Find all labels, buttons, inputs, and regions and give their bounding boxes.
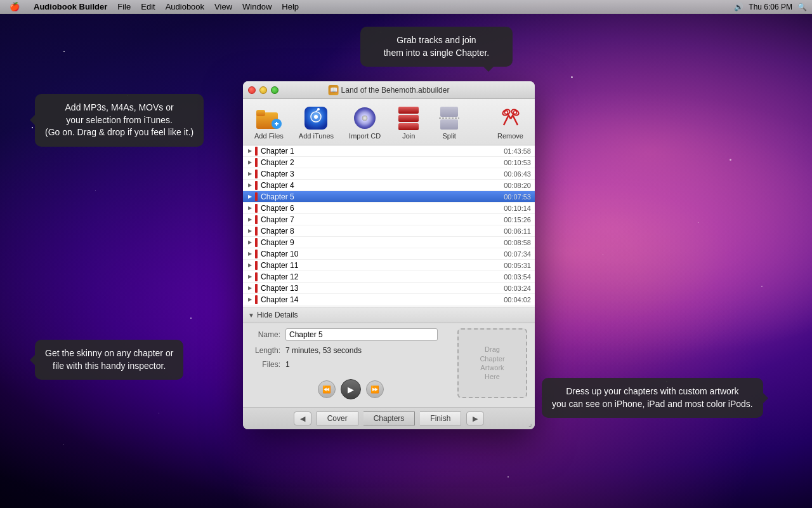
artwork-drop-zone[interactable]: Drag Chapter Artwork Here bbox=[457, 328, 527, 398]
chapter-row[interactable]: ▶ Chapter 9 00:08:58 bbox=[243, 237, 535, 248]
forward-button[interactable]: ⏩ bbox=[366, 380, 384, 398]
toolbar: Add Files bbox=[243, 99, 535, 145]
chapter-row[interactable]: ▶ Chapter 3 00:06:43 bbox=[243, 168, 535, 180]
chapter-expand-icon: ▶ bbox=[247, 217, 253, 223]
nav-tab-chapters[interactable]: Chapters bbox=[363, 411, 416, 425]
add-files-button[interactable]: Add Files bbox=[248, 103, 290, 142]
apple-menu[interactable]: 🍎 bbox=[5, 0, 24, 14]
remove-button[interactable]: Remove bbox=[491, 103, 530, 142]
nav-tab-cover[interactable]: Cover bbox=[317, 411, 358, 425]
join-button[interactable]: Join bbox=[390, 103, 428, 142]
chapter-name: Chapter 5 bbox=[261, 192, 504, 201]
details-name-input[interactable] bbox=[285, 328, 438, 341]
details-header-label: Hide Details bbox=[257, 311, 298, 319]
minimize-button[interactable] bbox=[259, 86, 267, 94]
chapter-expand-icon: ▶ bbox=[247, 274, 253, 280]
volume-icon[interactable]: 🔊 bbox=[734, 3, 743, 11]
details-header[interactable]: ▼ Hide Details bbox=[243, 307, 535, 323]
chapter-row[interactable]: ▶ Chapter 13 00:03:24 bbox=[243, 283, 535, 294]
chapter-expand-icon: ▶ bbox=[247, 251, 253, 257]
rewind-button[interactable]: ⏪ bbox=[318, 380, 336, 398]
tooltip-artwork-text: Dress up your chapters with custom artwo… bbox=[552, 386, 753, 409]
split-label: Split bbox=[443, 132, 456, 140]
chapter-row[interactable]: ▶ Chapter 5 00:07:53 bbox=[243, 191, 535, 203]
chapter-row[interactable]: ▶ Chapter 14 00:04:02 bbox=[243, 294, 535, 305]
tooltip-add-files: Add MP3s, M4As, MOVs or your selection f… bbox=[35, 94, 204, 147]
menubar-left: 🍎 Audiobook Builder File Edit Audiobook … bbox=[5, 0, 303, 14]
details-panel: ▼ Hide Details Name: Length: 7 minutes, … bbox=[243, 307, 535, 407]
chapter-marker bbox=[255, 227, 258, 236]
play-button[interactable]: ▶ bbox=[341, 379, 361, 399]
chapter-name: Chapter 4 bbox=[261, 181, 504, 190]
add-itunes-button[interactable]: Add iTunes bbox=[292, 103, 340, 142]
menubar: 🍎 Audiobook Builder File Edit Audiobook … bbox=[0, 0, 812, 14]
chapter-list[interactable]: ▶ Chapter 1 01:43:58 ▶ Chapter 2 00:10:5… bbox=[243, 145, 535, 307]
chapter-duration: 00:08:20 bbox=[504, 182, 531, 189]
svg-point-20 bbox=[504, 111, 508, 114]
chapter-duration: 01:43:58 bbox=[504, 147, 531, 155]
details-name-row: Name: bbox=[251, 328, 451, 341]
chapter-row[interactable]: ▶ Chapter 8 00:06:11 bbox=[243, 225, 535, 237]
svg-rect-13 bbox=[398, 107, 419, 114]
menu-audiobook[interactable]: Audiobook bbox=[161, 0, 209, 14]
nav-next-button[interactable]: ▶ bbox=[466, 411, 484, 425]
resize-handle[interactable]: ⌟ bbox=[528, 419, 532, 428]
chapter-duration: 00:05:31 bbox=[504, 262, 531, 269]
chapter-marker bbox=[255, 158, 258, 167]
menu-window[interactable]: Window bbox=[238, 0, 276, 14]
chapter-marker bbox=[255, 215, 258, 224]
details-length-label: Length: bbox=[251, 346, 285, 355]
chapter-marker bbox=[255, 192, 258, 201]
chapter-name: Chapter 10 bbox=[261, 250, 504, 258]
chapter-duration: 00:07:34 bbox=[504, 250, 531, 258]
menu-view[interactable]: View bbox=[210, 0, 237, 14]
details-length-value: 7 minutes, 53 seconds bbox=[285, 346, 451, 355]
import-cd-button[interactable]: Import CD bbox=[343, 103, 387, 142]
tooltip-inspector-text: Get the skinny on any chapter or file wi… bbox=[45, 348, 173, 371]
app-menu-audiobook-builder[interactable]: Audiobook Builder bbox=[29, 0, 112, 14]
svg-line-26 bbox=[513, 116, 518, 125]
nav-prev-button[interactable]: ◀ bbox=[294, 411, 311, 425]
details-body: Name: Length: 7 minutes, 53 seconds File… bbox=[243, 323, 535, 407]
chapter-marker bbox=[255, 284, 258, 293]
details-length-row: Length: 7 minutes, 53 seconds bbox=[251, 346, 451, 355]
menu-help[interactable]: Help bbox=[277, 0, 303, 14]
svg-rect-14 bbox=[398, 115, 419, 122]
chapter-row[interactable]: ▶ Chapter 1 01:43:58 bbox=[243, 145, 535, 157]
tooltip-artwork: Dress up your chapters with custom artwo… bbox=[542, 378, 763, 418]
svg-rect-17 bbox=[440, 119, 458, 130]
chapter-expand-icon: ▶ bbox=[247, 262, 253, 269]
chapter-row[interactable]: ▶ Chapter 6 00:10:14 bbox=[243, 203, 535, 214]
remove-icon bbox=[498, 105, 523, 131]
chapter-marker bbox=[255, 147, 258, 156]
tooltip-join: Grab tracks and join them into a single … bbox=[360, 27, 513, 67]
chapter-name: Chapter 13 bbox=[261, 284, 504, 293]
chapter-name: Chapter 11 bbox=[261, 261, 504, 270]
tooltip-add-files-text: Add MP3s, M4As, MOVs or your selection f… bbox=[45, 102, 193, 137]
menu-file[interactable]: File bbox=[113, 0, 135, 14]
svg-line-25 bbox=[504, 116, 508, 125]
split-button[interactable]: Split bbox=[430, 103, 468, 142]
chapter-row[interactable]: ▶ Chapter 2 00:10:53 bbox=[243, 157, 535, 168]
chapter-row[interactable]: ▶ Chapter 4 00:08:20 bbox=[243, 180, 535, 191]
zoom-button[interactable] bbox=[271, 86, 278, 94]
chapter-name: Chapter 6 bbox=[261, 204, 504, 213]
chapter-expand-icon: ▶ bbox=[247, 182, 253, 189]
playback-controls: ⏪ ▶ ⏩ bbox=[251, 374, 451, 402]
chapter-name: Chapter 7 bbox=[261, 215, 504, 224]
traffic-lights bbox=[248, 86, 278, 94]
spotlight-icon[interactable]: 🔍 bbox=[797, 3, 807, 11]
close-button[interactable] bbox=[248, 86, 256, 94]
clock-display: Thu 6:06 PM bbox=[749, 3, 792, 11]
add-itunes-label: Add iTunes bbox=[299, 132, 334, 140]
nav-tab-finish[interactable]: Finish bbox=[420, 411, 461, 425]
chapter-row[interactable]: ▶ Chapter 7 00:15:26 bbox=[243, 214, 535, 225]
import-cd-icon bbox=[352, 105, 377, 131]
chapter-row[interactable]: ▶ Chapter 10 00:07:34 bbox=[243, 248, 535, 260]
menu-edit[interactable]: Edit bbox=[136, 0, 159, 14]
details-files-value: 1 bbox=[285, 360, 451, 369]
chapter-row[interactable]: ▶ Chapter 11 00:05:31 bbox=[243, 260, 535, 271]
window-title: 📖 Land of the Behemoth.abbuilder bbox=[329, 85, 450, 95]
remove-label: Remove bbox=[497, 132, 523, 140]
chapter-row[interactable]: ▶ Chapter 12 00:03:54 bbox=[243, 271, 535, 283]
